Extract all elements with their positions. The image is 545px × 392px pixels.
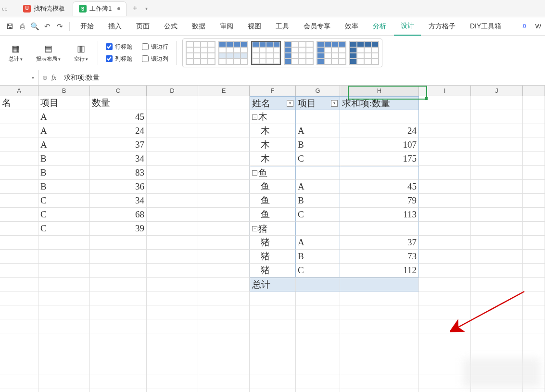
- cell[interactable]: [90, 278, 147, 291]
- cell[interactable]: [147, 389, 198, 392]
- cell[interactable]: [471, 96, 523, 110]
- cell[interactable]: [198, 222, 250, 236]
- cell[interactable]: [198, 138, 250, 152]
- tab-template[interactable]: U 找稻壳模板: [17, 1, 71, 16]
- cell[interactable]: [198, 347, 250, 361]
- col-C[interactable]: C: [90, 86, 147, 96]
- menu-tools[interactable]: 工具: [269, 17, 296, 36]
- cell[interactable]: 鱼: [250, 180, 296, 194]
- cell[interactable]: 名: [0, 96, 38, 110]
- cell[interactable]: [147, 305, 198, 319]
- cell[interactable]: [38, 361, 90, 375]
- cell[interactable]: [147, 222, 198, 236]
- menu-insert[interactable]: 插入: [101, 17, 128, 36]
- cell[interactable]: [90, 347, 147, 361]
- cell[interactable]: [38, 291, 90, 305]
- formula-input[interactable]: 求和项:数量: [60, 74, 545, 82]
- cell[interactable]: [296, 333, 340, 347]
- new-tab-button[interactable]: +: [127, 3, 142, 13]
- cell[interactable]: [198, 250, 250, 264]
- cell[interactable]: [90, 389, 147, 392]
- cell[interactable]: [198, 152, 250, 166]
- cell[interactable]: A: [296, 124, 340, 138]
- cell[interactable]: [0, 361, 38, 375]
- cell[interactable]: [419, 236, 471, 250]
- cell[interactable]: [0, 110, 38, 124]
- menu-ffgz[interactable]: 方方格子: [422, 17, 462, 36]
- col-K[interactable]: [523, 86, 545, 96]
- cell[interactable]: [250, 361, 296, 375]
- cell[interactable]: [147, 124, 198, 138]
- cell[interactable]: [0, 180, 38, 194]
- tab-menu-button[interactable]: ▾: [142, 6, 151, 11]
- menu-start[interactable]: 开始: [74, 17, 101, 36]
- col-I[interactable]: I: [419, 86, 471, 96]
- cell[interactable]: [147, 152, 198, 166]
- cell[interactable]: B: [296, 138, 340, 152]
- cell[interactable]: [471, 264, 523, 278]
- cell[interactable]: [340, 375, 419, 389]
- fx-icon[interactable]: fx: [51, 74, 56, 82]
- cell[interactable]: [0, 264, 38, 278]
- cell[interactable]: −木: [250, 110, 296, 124]
- print-button[interactable]: ⎙: [16, 21, 28, 32]
- cell[interactable]: [296, 110, 340, 124]
- cell[interactable]: [90, 333, 147, 347]
- cell[interactable]: [198, 278, 250, 291]
- cell[interactable]: [0, 319, 38, 333]
- cell[interactable]: [419, 208, 471, 222]
- chk-banded-row[interactable]: 镶边行: [142, 43, 168, 51]
- cell[interactable]: [147, 180, 198, 194]
- cell[interactable]: [523, 152, 545, 166]
- cell[interactable]: [296, 347, 340, 361]
- menu-efficiency[interactable]: 效率: [338, 17, 365, 36]
- col-B[interactable]: B: [38, 86, 90, 96]
- cell[interactable]: [147, 138, 198, 152]
- cell[interactable]: [471, 236, 523, 250]
- menu-data[interactable]: 数据: [185, 17, 212, 36]
- cell[interactable]: [523, 222, 545, 236]
- cell[interactable]: [198, 124, 250, 138]
- cell[interactable]: [340, 361, 419, 375]
- cell[interactable]: [471, 208, 523, 222]
- cell[interactable]: 37: [340, 236, 419, 250]
- cell[interactable]: 24: [340, 124, 419, 138]
- cell[interactable]: [250, 333, 296, 347]
- style-thumb-blue2[interactable]: [317, 41, 346, 65]
- cell[interactable]: [296, 305, 340, 319]
- cell[interactable]: [419, 278, 471, 291]
- cell[interactable]: [419, 250, 471, 264]
- cell[interactable]: 37: [90, 138, 147, 152]
- cell[interactable]: [523, 319, 545, 333]
- cell[interactable]: [419, 291, 471, 305]
- cell[interactable]: 107: [340, 138, 419, 152]
- cell[interactable]: [38, 278, 90, 291]
- cell[interactable]: [147, 250, 198, 264]
- cell[interactable]: [523, 291, 545, 305]
- cell[interactable]: [471, 194, 523, 208]
- cell[interactable]: [90, 236, 147, 250]
- cell[interactable]: 总计: [250, 278, 296, 291]
- cell[interactable]: [198, 291, 250, 305]
- cell[interactable]: [296, 389, 340, 392]
- cell[interactable]: [198, 389, 250, 392]
- undo-button[interactable]: ↶: [41, 21, 53, 32]
- cell[interactable]: [523, 264, 545, 278]
- cell[interactable]: [198, 305, 250, 319]
- cell[interactable]: [523, 194, 545, 208]
- cell[interactable]: [147, 278, 198, 291]
- cell[interactable]: [0, 194, 38, 208]
- cell[interactable]: A: [38, 124, 90, 138]
- style-thumb-blue-header[interactable]: [251, 41, 281, 65]
- cell[interactable]: [198, 375, 250, 389]
- cell[interactable]: [523, 250, 545, 264]
- cell[interactable]: [198, 110, 250, 124]
- cell[interactable]: [419, 305, 471, 319]
- cell[interactable]: [523, 208, 545, 222]
- cell[interactable]: [419, 152, 471, 166]
- cell[interactable]: [419, 110, 471, 124]
- menu-view[interactable]: 视图: [241, 17, 268, 36]
- cell[interactable]: [471, 291, 523, 305]
- cell[interactable]: [523, 166, 545, 180]
- cell[interactable]: [471, 152, 523, 166]
